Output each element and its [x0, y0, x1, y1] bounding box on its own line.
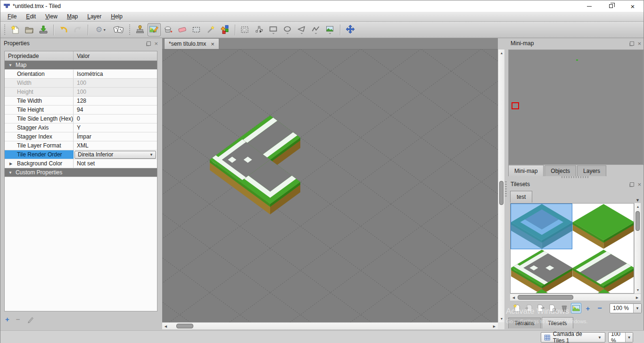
tile-render-order-combobox[interactable]: Direita Inferior ▼	[74, 151, 156, 159]
menu-help[interactable]: Help	[106, 12, 127, 21]
edit-polygons-button[interactable]	[253, 23, 266, 36]
scroll-left-arrow[interactable]: ◀	[162, 323, 169, 330]
minimap-view[interactable]	[508, 49, 644, 165]
random-mode-button[interactable]	[111, 23, 126, 36]
scroll-down-arrow[interactable]: ▼	[498, 315, 505, 322]
horizontal-scroll-thumb[interactable]	[176, 324, 193, 328]
minimize-button[interactable]	[578, 0, 600, 12]
execute-commands-button[interactable]: ⚙ ▼	[91, 23, 110, 36]
remove-property-button[interactable]: −	[16, 315, 20, 323]
menu-map[interactable]: Map	[62, 12, 83, 21]
new-map-button[interactable]	[8, 23, 22, 36]
insert-ellipse-button[interactable]	[281, 23, 294, 36]
property-row-tile-height[interactable]: Tile Height 94	[5, 106, 157, 114]
toolbar-grip[interactable]	[128, 24, 132, 35]
menu-layer[interactable]: Layer	[83, 12, 106, 21]
tileset-tab-dropdown-icon[interactable]: ▼	[636, 198, 642, 203]
export-tileset-button[interactable]	[536, 303, 546, 313]
menu-view[interactable]: View	[41, 12, 62, 21]
pan-tool-button[interactable]	[344, 23, 357, 36]
edit-property-pencil-icon[interactable]	[27, 316, 34, 323]
property-group-map[interactable]: ▼Map	[5, 61, 157, 70]
tab-minimap[interactable]: Mini-map	[508, 165, 544, 176]
vertical-scroll-thumb[interactable]	[499, 181, 504, 205]
scroll-right-arrow[interactable]: ▶	[634, 294, 641, 301]
property-row-tile-width[interactable]: Tile Width 128	[5, 97, 157, 106]
edit-tileset-button-selected[interactable]	[571, 303, 581, 313]
new-tileset-button[interactable]	[512, 303, 522, 313]
property-group-custom-properties[interactable]: ▼Custom Properties	[5, 168, 157, 177]
tileset-vertical-scrollbar[interactable]: ▲ ▼	[634, 203, 641, 294]
insert-tile-button[interactable]	[323, 23, 337, 36]
toolbar-grip[interactable]	[3, 24, 7, 35]
scroll-left-arrow[interactable]: ◀	[510, 294, 517, 301]
redo-button[interactable]	[71, 23, 84, 36]
restore-button[interactable]	[600, 0, 622, 12]
menu-file[interactable]: File	[3, 12, 21, 21]
zoom-dropdown-icon[interactable]: ▼	[625, 333, 633, 342]
select-same-tile-button[interactable]	[218, 23, 231, 36]
remove-tileset-button[interactable]	[559, 303, 570, 313]
zoom-dropdown-icon[interactable]: ▼	[633, 304, 641, 313]
dock-splitter-handle[interactable]	[505, 181, 507, 197]
float-panel-icon[interactable]	[630, 182, 634, 187]
property-row-orientation[interactable]: Orientation Isométrica	[5, 70, 157, 79]
select-objects-button[interactable]	[239, 23, 252, 36]
scroll-down-arrow[interactable]: ▼	[635, 286, 641, 294]
float-panel-icon[interactable]	[630, 41, 634, 46]
tileset-zoom-combobox[interactable]: 100 % ▼	[610, 303, 642, 313]
dock-splitter-handle[interactable]	[561, 176, 590, 178]
tileset-tile-grid[interactable]	[510, 203, 634, 294]
scroll-right-arrow[interactable]: ▶	[491, 323, 498, 330]
terrain-brush-button-selected[interactable]	[148, 23, 161, 36]
bucket-fill-button[interactable]	[162, 23, 175, 36]
scroll-up-arrow[interactable]: ▲	[635, 203, 641, 210]
save-button[interactable]	[37, 23, 50, 36]
tab-terrains[interactable]: Terrains	[508, 318, 541, 328]
tileset-horizontal-scrollbar[interactable]: ◀ ▶	[510, 294, 641, 301]
eraser-button[interactable]	[176, 23, 189, 36]
close-button[interactable]: ×	[622, 0, 644, 12]
close-panel-icon[interactable]: ×	[637, 41, 641, 47]
minimap-viewport-rectangle[interactable]	[512, 102, 519, 109]
tab-tilesets[interactable]: Tilesets	[542, 317, 573, 328]
tab-objects[interactable]: Objects	[545, 165, 576, 176]
map-zoom-combobox[interactable]: 100 % ▼	[608, 332, 633, 343]
property-row-tile-layer-format[interactable]: Tile Layer Format XML	[5, 141, 157, 150]
rectangular-select-button[interactable]	[190, 23, 203, 36]
open-button[interactable]	[23, 23, 36, 36]
property-row-stagger-axis[interactable]: Stagger Axis Y	[5, 123, 157, 132]
insert-rectangle-button[interactable]	[267, 23, 280, 36]
embed-tileset-button[interactable]	[524, 303, 534, 313]
insert-polyline-button[interactable]	[309, 23, 322, 36]
horizontal-scroll-thumb[interactable]	[518, 295, 573, 300]
map-horizontal-scrollbar[interactable]: ◀ ▶	[162, 322, 498, 329]
tab-close-icon[interactable]: ×	[211, 41, 215, 47]
magic-wand-button[interactable]	[204, 23, 217, 36]
add-property-button[interactable]: +	[5, 315, 9, 323]
property-row-tile-side-length[interactable]: Tile Side Length (Hex) 0	[5, 114, 157, 123]
zoom-out-button[interactable]: −	[594, 303, 605, 313]
undo-button[interactable]	[57, 23, 70, 36]
close-panel-icon[interactable]: ×	[637, 181, 641, 188]
tileset-tab-test[interactable]: test	[510, 191, 532, 203]
map-canvas[interactable]	[162, 49, 498, 322]
property-row-background-color[interactable]: ▶Background Color Not set	[5, 159, 157, 168]
expand-triangle-icon[interactable]: ▶	[9, 162, 12, 166]
insert-polygon-button[interactable]	[295, 23, 308, 36]
document-tab-active[interactable]: *sem título.tmx ×	[164, 38, 219, 49]
vertical-scroll-thumb[interactable]	[636, 211, 640, 231]
zoom-in-button[interactable]: +	[583, 303, 593, 313]
map-zoom-value[interactable]: 100 %	[609, 332, 625, 343]
layer-combobox[interactable]: Camada de Tiles 1 ▼	[541, 332, 605, 343]
map-vertical-scrollbar[interactable]: ▲ ▼	[498, 49, 504, 322]
tab-layers[interactable]: Layers	[577, 165, 606, 176]
tileset-zoom-value[interactable]: 100 %	[610, 305, 633, 311]
property-row-stagger-index[interactable]: Stagger Index Ímpar	[5, 132, 157, 141]
close-panel-icon[interactable]: ×	[154, 41, 158, 47]
float-panel-icon[interactable]	[147, 41, 151, 46]
scroll-up-arrow[interactable]: ▲	[498, 49, 505, 57]
tileset-properties-button[interactable]	[547, 303, 558, 313]
property-row-tile-render-order[interactable]: Tile Render Order Direita Inferior ▼	[5, 150, 157, 159]
stamp-brush-button[interactable]	[133, 23, 147, 36]
